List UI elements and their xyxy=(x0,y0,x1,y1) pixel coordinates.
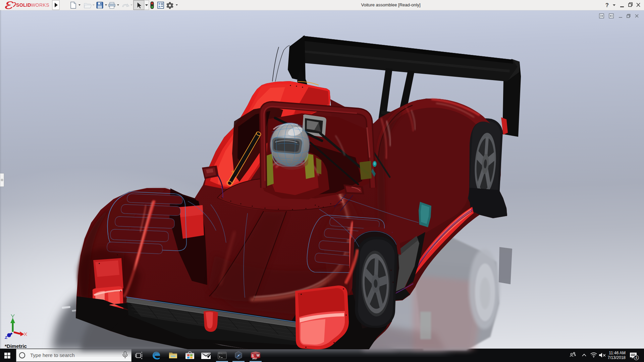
svg-text:*Dimetric: *Dimetric xyxy=(5,343,27,349)
